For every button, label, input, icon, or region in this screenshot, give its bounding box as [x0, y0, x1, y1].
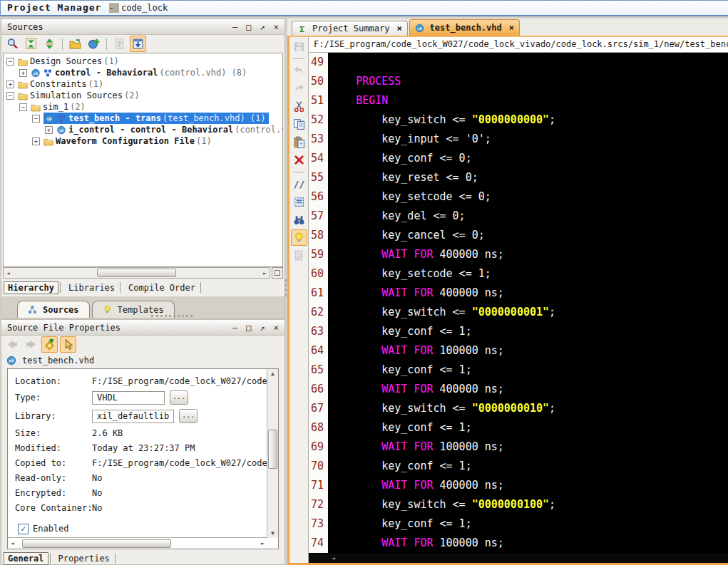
expander-toggle[interactable]: +	[19, 69, 27, 77]
close-tab-icon[interactable]: ×	[509, 23, 514, 33]
open-source-button[interactable]	[67, 36, 83, 52]
indent-button[interactable]	[291, 194, 307, 210]
sources-panel-title: Sources	[7, 22, 232, 32]
editor-tab-test-bench-vhd[interactable]: vhtest_bench.vhd×	[409, 19, 520, 36]
scroll-track[interactable]	[17, 539, 258, 548]
scroll-left-icon[interactable]: ◄	[4, 270, 13, 276]
properties-hscrollbar[interactable]: ◄ ►	[8, 537, 267, 549]
scroll-thumb[interactable]	[97, 269, 176, 277]
tree-item[interactable]: −Design Sources (1)	[4, 56, 282, 67]
splitter-handle[interactable]	[151, 315, 193, 317]
back-button[interactable]	[4, 336, 21, 353]
minimize-button[interactable]: –	[232, 323, 237, 333]
code-text: WAIT FOR 400000 ns;	[328, 245, 504, 264]
collapse-all-button[interactable]	[23, 36, 39, 52]
paste-button[interactable]	[291, 134, 307, 150]
vertical-splitter[interactable]	[284, 279, 287, 296]
line-number: 60	[309, 264, 328, 284]
scroll-thumb[interactable]	[22, 539, 172, 548]
delete-button[interactable]	[291, 152, 307, 168]
tab-compile-order[interactable]: Compile Order	[125, 282, 199, 294]
expander-toggle[interactable]: +	[45, 126, 53, 134]
property-field[interactable]: xil_defaultlib	[92, 410, 174, 423]
tree-item[interactable]: +vhi_control - control - Behavioral (con…	[4, 124, 282, 135]
undo-button[interactable]	[291, 63, 307, 79]
tab-separator	[50, 553, 51, 564]
expander-toggle[interactable]: +	[32, 138, 40, 145]
copy-icon	[293, 118, 305, 130]
find-button[interactable]	[291, 212, 307, 228]
forward-button[interactable]	[23, 336, 39, 353]
float-button[interactable]: ↗	[260, 323, 265, 333]
scroll-track[interactable]	[268, 378, 277, 529]
minimize-button[interactable]: –	[232, 22, 237, 32]
properties-vscrollbar[interactable]: ▲ ▼	[267, 369, 278, 538]
scroll-to-selected-button[interactable]	[130, 36, 146, 52]
tab-general[interactable]: General	[4, 552, 48, 565]
maximize-button[interactable]: □	[246, 22, 251, 32]
scroll-left-icon[interactable]: ◄	[332, 555, 335, 561]
panel-corner-button[interactable]	[272, 267, 283, 279]
scroll-thumb[interactable]	[268, 430, 277, 469]
tree-item[interactable]: −vhtest_bench - trans (test_bench.vhd) (…	[4, 113, 282, 124]
add-source-button[interactable]	[86, 36, 102, 52]
scroll-down-icon[interactable]: ▼	[267, 529, 278, 538]
scroll-right-icon[interactable]: ►	[258, 540, 267, 546]
expander-toggle[interactable]: −	[19, 103, 27, 111]
browse-button[interactable]: ...	[179, 409, 198, 423]
sources-hscrollbar[interactable]: ◄ ►	[3, 267, 283, 279]
close-button[interactable]: ×	[274, 323, 279, 333]
scroll-right-icon[interactable]: ►	[260, 270, 270, 276]
tree-item[interactable]: +Waveform Configuration File (1)	[4, 135, 282, 147]
scroll-track[interactable]	[13, 269, 260, 277]
tab-properties[interactable]: Properties	[55, 553, 113, 564]
expander-toggle[interactable]: −	[6, 58, 14, 66]
tree-item[interactable]: −Simulation Sources (2)	[4, 90, 282, 101]
sigma-icon: Σ	[297, 24, 307, 33]
property-label: Location:	[15, 376, 92, 386]
code-text: WAIT FOR 100000 ns;	[328, 534, 504, 553]
copy-button[interactable]	[291, 116, 307, 133]
expander-toggle[interactable]: −	[32, 115, 40, 123]
float-button[interactable]: ↗	[260, 22, 265, 32]
close-button[interactable]: ×	[274, 22, 279, 32]
scroll-left-icon[interactable]: ◄	[8, 540, 17, 546]
read-only-button[interactable]	[291, 247, 307, 264]
property-field[interactable]: VHDL	[92, 391, 165, 405]
editor-hscrollbar[interactable]: ◄	[309, 554, 728, 563]
close-tab-icon[interactable]: ×	[396, 24, 401, 33]
tab-libraries[interactable]: Libraries	[65, 282, 118, 294]
code-editor[interactable]: 4950 PROCESS51 BEGIN52 key_switch <= "00…	[309, 53, 728, 554]
scroll-up-icon[interactable]: ▲	[267, 369, 278, 378]
properties-panel-title: Source File Properties	[7, 323, 232, 333]
tree-item[interactable]: +Constraints (1)	[4, 78, 282, 90]
maximize-button[interactable]: □	[246, 323, 251, 333]
sources-tree[interactable]: −Design Sources (1)+vhcontrol - Behavior…	[3, 53, 283, 267]
tree-item[interactable]: +vhcontrol - Behavioral (control.vhd) (8…	[4, 67, 282, 78]
save-button[interactable]	[291, 38, 307, 55]
editor-tab-project-summary[interactable]: ΣProject Summary×	[292, 21, 408, 36]
expander-toggle[interactable]: −	[6, 92, 14, 100]
pointer-button[interactable]	[60, 336, 76, 353]
redo-button[interactable]	[291, 81, 307, 97]
line-number: 65	[309, 361, 328, 380]
code-text: WAIT FOR 100000 ns;	[328, 341, 504, 361]
expander-toggle[interactable]: +	[6, 81, 14, 88]
help-button[interactable]: ?	[111, 36, 128, 52]
svg-text://: //	[293, 179, 304, 190]
lightbulb-button[interactable]	[291, 229, 307, 246]
comment-button[interactable]: //	[291, 176, 307, 192]
tab-hierarchy[interactable]: Hierarchy	[4, 281, 58, 294]
expand-all-button[interactable]	[41, 36, 58, 52]
edit-properties-button[interactable]	[41, 336, 58, 353]
line-number: 72	[309, 495, 328, 514]
enabled-checkbox[interactable]: ✓	[18, 524, 29, 534]
code-line: 72 key_switch <= "0000000100";	[309, 495, 728, 514]
browse-button[interactable]: ...	[170, 390, 188, 405]
pane-tab-sources[interactable]: Sources	[17, 301, 90, 318]
property-label: Copied to:	[15, 458, 92, 468]
collapse-all-icon	[25, 38, 37, 50]
search-button[interactable]	[4, 36, 21, 52]
tree-item[interactable]: −sim_1 (2)	[4, 101, 282, 113]
cut-button[interactable]	[291, 98, 307, 115]
